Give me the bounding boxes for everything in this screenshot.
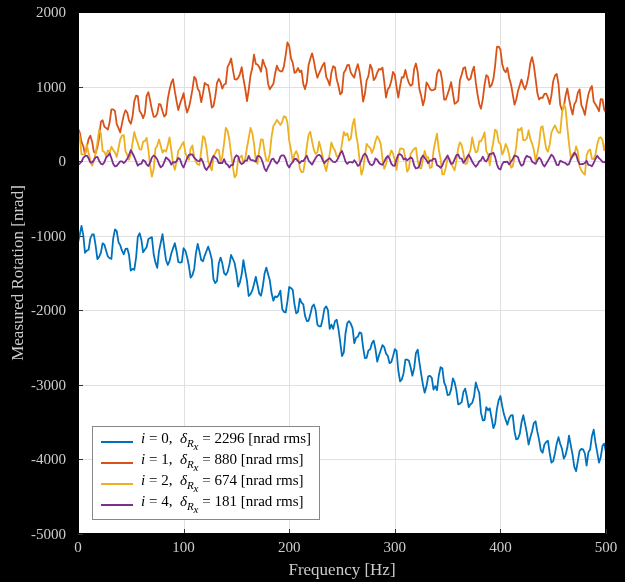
legend-label: i = 2, δRx = 674 [nrad rms] (141, 472, 304, 494)
y-tick-label: -4000 (31, 451, 66, 468)
y-tick-label: -5000 (31, 526, 66, 543)
legend-item: i = 4, δRx = 181 [nrad rms] (101, 494, 311, 515)
legend-item: i = 2, δRx = 674 [nrad rms] (101, 473, 311, 494)
x-axis-label: Frequency [Hz] (288, 560, 395, 580)
x-tick-label: 100 (172, 539, 195, 556)
x-tick-label: 0 (74, 539, 82, 556)
legend-swatch (101, 441, 133, 443)
legend-label: i = 0, δRx = 2296 [nrad rms] (141, 430, 311, 452)
legend-label: i = 1, δRx = 880 [nrad rms] (141, 451, 304, 473)
legend-swatch (101, 462, 133, 464)
x-tick-label: 300 (384, 539, 407, 556)
plot-area: 0100200300400500-5000-4000-3000-2000-100… (78, 12, 606, 534)
legend-item: i = 1, δRx = 880 [nrad rms] (101, 452, 311, 473)
x-tick-label: 200 (278, 539, 301, 556)
y-tick-label: 1000 (36, 78, 66, 95)
y-tick-label: -3000 (31, 376, 66, 393)
series-line (78, 150, 606, 171)
y-tick-label: -1000 (31, 227, 66, 244)
y-tick-label: 2000 (36, 4, 66, 21)
legend-swatch (101, 483, 133, 485)
legend-item: i = 0, δRx = 2296 [nrad rms] (101, 431, 311, 452)
y-tick-label: -2000 (31, 302, 66, 319)
legend-label: i = 4, δRx = 181 [nrad rms] (141, 493, 304, 515)
y-tick-label: 0 (59, 153, 67, 170)
y-axis-label: Measured Rotation [nrad] (8, 185, 28, 361)
legend-swatch (101, 504, 133, 506)
legend: i = 0, δRx = 2296 [nrad rms]i = 1, δRx =… (92, 426, 320, 520)
x-tick-label: 500 (595, 539, 618, 556)
x-tick-label: 400 (489, 539, 512, 556)
chart-container: 0100200300400500-5000-4000-3000-2000-100… (0, 0, 625, 582)
